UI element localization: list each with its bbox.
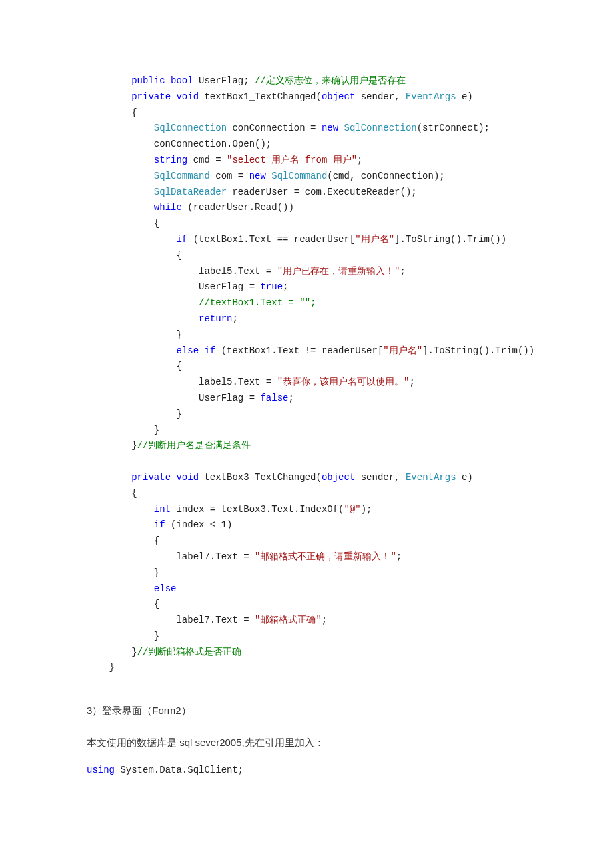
section-heading: 3）登录界面（Form2） <box>87 703 526 719</box>
using-statement: using System.Data.SqlClient; <box>87 763 526 777</box>
paragraph-text: 本文使用的数据库是 sql sever2005,先在引用里加入： <box>87 735 526 751</box>
code-block-1: public bool UserFlag; //定义标志位，来确认用户是否存在 … <box>87 73 526 676</box>
document-page: public bool UserFlag; //定义标志位，来确认用户是否存在 … <box>0 0 613 831</box>
